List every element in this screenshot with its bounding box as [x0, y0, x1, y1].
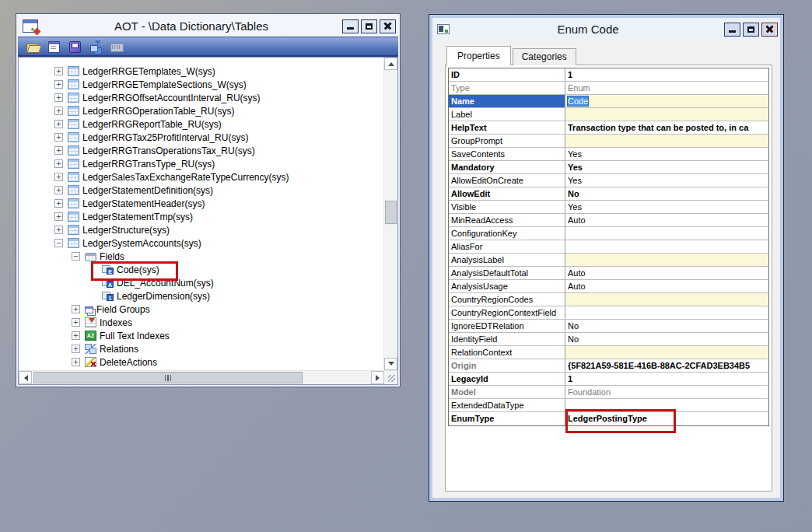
property-row[interactable]: AnalysisDefaultTotal Auto: [449, 267, 768, 280]
property-value[interactable]: [565, 240, 768, 253]
open-icon[interactable]: [26, 40, 40, 53]
property-name[interactable]: EnumType: [449, 412, 565, 425]
expander-plus-icon[interactable]: [54, 80, 63, 89]
property-value[interactable]: Yes: [565, 174, 768, 187]
window-icon[interactable]: [47, 40, 61, 53]
property-name[interactable]: GroupPrompt: [449, 135, 565, 147]
property-value[interactable]: No: [565, 320, 768, 332]
property-name[interactable]: AllowEditOnCreate: [449, 174, 565, 187]
property-value[interactable]: [565, 254, 768, 266]
property-value[interactable]: [565, 135, 768, 147]
expander-plus-icon[interactable]: [54, 199, 63, 208]
property-name[interactable]: Label: [449, 108, 565, 121]
tree-item[interactable]: LedgerRRGReportTable_RU(sys): [19, 117, 383, 131]
property-name[interactable]: MinReadAccess: [449, 214, 565, 226]
property-name[interactable]: HelpText: [449, 121, 565, 134]
property-row[interactable]: AllowEdit No: [449, 187, 768, 201]
property-name[interactable]: LegacyId: [449, 373, 565, 385]
property-row[interactable]: RelationContext: [449, 346, 768, 359]
property-value[interactable]: Yes: [565, 161, 768, 173]
maximize-button[interactable]: [743, 23, 759, 37]
tree-item[interactable]: Full Text Indexes: [19, 329, 383, 342]
property-value[interactable]: {5F821A59-581E-416B-88AC-2CFAD3EB34B5: [565, 359, 768, 372]
tree-item[interactable]: LedgerRRGTax25ProfitInterval_RU(sys): [19, 131, 383, 144]
property-value[interactable]: Auto: [565, 267, 768, 279]
property-name[interactable]: IdentityField: [449, 333, 565, 345]
tree-item[interactable]: LedgerStatementHeader(sys): [19, 197, 383, 210]
tree-item[interactable]: Code(sys): [19, 263, 383, 276]
property-row[interactable]: CountryRegionContextField: [449, 306, 768, 320]
property-value[interactable]: No: [565, 187, 768, 200]
property-row[interactable]: ConfigurationKey: [449, 227, 768, 240]
tree-item[interactable]: LedgerDimension(sys): [19, 289, 383, 303]
expander-plus-icon[interactable]: [54, 226, 63, 234]
tree-item[interactable]: Fields: [19, 250, 383, 263]
property-row[interactable]: Name Code: [449, 95, 768, 108]
expander-plus-icon[interactable]: [54, 173, 63, 181]
tree-item[interactable]: LedgerRRGOffsetAccountInterval_RU(sys): [19, 91, 383, 104]
property-name[interactable]: RelationContext: [449, 346, 565, 359]
expander-minus-icon[interactable]: [54, 239, 63, 247]
scroll-up-button[interactable]: [384, 58, 397, 70]
property-row[interactable]: AnalysisLabel: [449, 254, 768, 267]
property-name[interactable]: ExtendedDataType: [449, 399, 565, 411]
property-name[interactable]: Type: [449, 82, 565, 94]
property-row[interactable]: SaveContents Yes: [449, 148, 768, 161]
property-name[interactable]: AnalysisDefaultTotal: [449, 267, 565, 279]
tree-item[interactable]: LedgerRRGOperationTable_RU(sys): [19, 104, 383, 117]
tree-item[interactable]: LedgerStructure(sys): [19, 223, 383, 236]
property-value[interactable]: Enum: [565, 82, 768, 94]
property-name[interactable]: SaveContents: [449, 148, 565, 160]
property-row[interactable]: AliasFor: [449, 240, 768, 254]
property-row[interactable]: LegacyId 1: [449, 373, 768, 386]
property-name[interactable]: ID: [449, 68, 565, 81]
property-name[interactable]: Name: [449, 95, 565, 107]
vertical-scroll-thumb[interactable]: [385, 201, 397, 224]
expander-plus-icon[interactable]: [72, 358, 80, 366]
property-row[interactable]: HelpText Transaction type that can be po…: [449, 121, 768, 135]
tab-properties[interactable]: Properties: [446, 46, 511, 65]
expander-plus-icon[interactable]: [54, 212, 63, 221]
property-value[interactable]: [565, 227, 768, 240]
tree-item[interactable]: LedgerStatementDefinition(sys): [19, 184, 383, 197]
property-row[interactable]: Label: [449, 108, 768, 121]
property-value[interactable]: Auto: [565, 214, 768, 226]
expander-plus-icon[interactable]: [54, 93, 63, 102]
property-row[interactable]: AnalysisUsage Auto: [449, 280, 768, 293]
property-name[interactable]: ConfigurationKey: [449, 227, 565, 240]
minimize-button[interactable]: [724, 23, 740, 37]
property-row[interactable]: Origin {5F821A59-581E-416B-88AC-2CFAD3EB…: [449, 359, 768, 373]
property-name[interactable]: CountryRegionContextField: [449, 306, 565, 319]
property-row[interactable]: Mandatory Yes: [449, 161, 768, 174]
expander-plus-icon[interactable]: [72, 345, 80, 353]
expander-plus-icon[interactable]: [54, 186, 63, 194]
expander-plus-icon[interactable]: [54, 107, 63, 115]
tree-item[interactable]: Relations: [19, 342, 383, 355]
tree-item[interactable]: LedgerSalesTaxExchangeRateTypeCurrency(s…: [19, 170, 383, 184]
property-value[interactable]: No: [565, 333, 768, 345]
tree-item[interactable]: LedgerRRGTransOperationsTax_RU(sys): [19, 144, 383, 157]
property-name[interactable]: IgnoreEDTRelation: [449, 320, 565, 332]
tree-item[interactable]: LedgerRRGETemplateSections_W(sys): [19, 78, 383, 91]
tab-categories[interactable]: Categories: [513, 48, 576, 65]
resize-grip[interactable]: [384, 371, 397, 384]
property-value[interactable]: [565, 346, 768, 359]
expander-plus-icon[interactable]: [54, 67, 63, 75]
tree-item[interactable]: LedgerSystemAccounts(sys): [19, 236, 383, 250]
expander-plus-icon[interactable]: [54, 133, 63, 142]
property-row[interactable]: Type Enum: [449, 82, 768, 95]
property-value[interactable]: 1: [565, 68, 768, 81]
property-value[interactable]: Auto: [565, 280, 768, 292]
property-row[interactable]: GroupPrompt: [449, 135, 768, 148]
tree-item[interactable]: Methods: [19, 369, 383, 370]
expander-minus-icon[interactable]: [72, 252, 80, 261]
close-button[interactable]: [380, 19, 396, 33]
property-name[interactable]: AllowEdit: [449, 187, 565, 200]
enum-titlebar[interactable]: Enum Code: [432, 18, 780, 40]
aot-titlebar[interactable]: AOT - \Data Dictionary\Tables: [18, 16, 398, 37]
property-row[interactable]: Model Foundation: [449, 386, 768, 399]
tree-item[interactable]: Indexes: [19, 316, 383, 329]
property-value[interactable]: [565, 293, 768, 306]
tree-item[interactable]: LedgerStatementTmp(sys): [19, 210, 383, 223]
property-row[interactable]: EnumType LedgerPostingType: [449, 412, 768, 425]
